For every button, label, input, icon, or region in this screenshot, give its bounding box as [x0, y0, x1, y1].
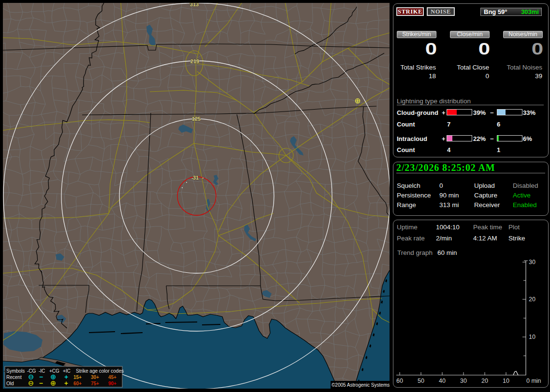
svg-text:30: 30	[460, 378, 467, 384]
svg-text:0 min: 0 min	[526, 378, 541, 384]
svg-text:20: 20	[481, 378, 488, 384]
svg-text:20: 20	[529, 296, 536, 303]
svg-text:10: 10	[503, 378, 509, 384]
svg-text:30: 30	[529, 259, 536, 266]
svg-text:60: 60	[396, 378, 403, 384]
svg-text:50: 50	[418, 378, 424, 384]
svg-text:10: 10	[529, 334, 536, 340]
svg-text:40: 40	[439, 378, 446, 384]
